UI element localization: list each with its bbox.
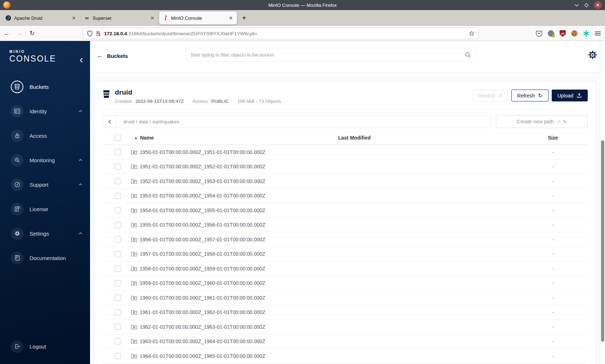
object-row[interactable]: 1962-01-01T00:00:00.000Z_1963-01-01T00:0… (103, 320, 588, 335)
tab-superset[interactable]: ∞ Superset (81, 12, 158, 24)
window-close-icon[interactable] (594, 1, 602, 9)
object-row[interactable]: 1951-01-01T00:00:00.000Z_1952-01-01T00:0… (103, 160, 588, 174)
object-row[interactable]: 1953-01-01T00:00:00.000Z_1954-01-01T00:0… (103, 189, 588, 204)
bucket-name: druid (115, 88, 281, 96)
row-checkbox[interactable] (115, 324, 121, 330)
row-checkbox[interactable] (115, 251, 121, 257)
sidebar-collapse-icon[interactable] (80, 58, 83, 63)
create-new-path-button[interactable]: Create new path :/ ✎ (496, 115, 588, 128)
console-settings-gear-icon[interactable] (588, 50, 597, 59)
object-row[interactable]: 1952-01-01T00:00:00.000Z_1953-01-01T00:0… (103, 174, 588, 189)
object-row[interactable]: 1956-01-01T00:00:00.000Z_1957-01-01T00:0… (103, 232, 588, 247)
tab-close-icon[interactable] (71, 16, 77, 20)
sidebar-item-access[interactable]: Access (0, 123, 90, 148)
breadcrumb-back-chevron-icon[interactable] (103, 115, 116, 128)
url-bar[interactable]: 172.18.0.4:31664/buckets/druid/browse/ZG… (83, 28, 479, 39)
select-all-checkbox[interactable] (115, 135, 121, 141)
object-row[interactable]: 1964-01-01T00:00:00.000Z_1965-01-01T00:0… (103, 349, 588, 364)
refresh-button[interactable]: Refresh ↻ (511, 90, 548, 101)
forward-button[interactable]: → (14, 28, 25, 39)
row-checkbox[interactable] (115, 353, 121, 359)
row-checkbox[interactable] (115, 280, 121, 286)
row-checkbox[interactable] (115, 149, 121, 155)
reload-button[interactable]: ↻ (26, 28, 38, 39)
upload-icon (577, 93, 582, 98)
sidebar-item-license[interactable]: License (0, 197, 90, 221)
object-row[interactable]: 1954-01-01T00:00:00.000Z_1955-01-01T00:0… (103, 203, 588, 218)
object-name: 1950-01-01T00:00:00.000Z_1951-01-01T00:0… (140, 149, 265, 155)
page-scrollbar[interactable] (600, 41, 605, 364)
folder-icon (131, 281, 137, 286)
sidebar-item-label: Settings (30, 231, 49, 237)
back-button[interactable]: ← (1, 28, 13, 39)
folder-icon (131, 295, 137, 300)
hamburger-menu-icon[interactable] (595, 31, 601, 36)
sidebar-item-buckets[interactable]: Buckets (0, 74, 90, 99)
identity-icon (11, 105, 23, 118)
tab-close-icon[interactable] (149, 16, 155, 20)
tab-apache-druid[interactable]: Apache Druid (2, 12, 80, 24)
tracking-shield-icon[interactable] (87, 31, 93, 37)
object-row[interactable]: 1958-01-01T00:00:00.000Z_1959-01-01T00:0… (103, 261, 588, 276)
object-row[interactable]: 1955-01-01T00:00:00.000Z_1956-01-01T00:0… (103, 218, 588, 233)
sidebar-menu: Buckets Identity Access (0, 74, 90, 270)
window-maximize-icon[interactable] (584, 3, 589, 8)
window-title: MinIO Console — Mozilla Firefox (268, 3, 337, 8)
row-checkbox[interactable] (115, 338, 121, 345)
back-arrow-icon: ← (97, 52, 103, 59)
object-filter-searchbox[interactable] (185, 48, 476, 62)
sidebar-item-logout[interactable]: Logout (0, 339, 90, 354)
window-minimize-icon[interactable] (574, 4, 579, 7)
object-row[interactable]: 1959-01-01T00:00:00.000Z_1960-01-01T00:0… (103, 276, 588, 291)
scrollbar-thumb[interactable] (601, 140, 604, 342)
chevron-up-icon[interactable] (79, 110, 82, 113)
row-checkbox[interactable] (115, 193, 121, 199)
chevron-up-icon[interactable] (79, 232, 82, 235)
back-link-label: Buckets (107, 53, 128, 59)
object-row[interactable]: 1957-01-01T00:00:00.000Z_1958-01-01T00:0… (103, 247, 588, 262)
row-checkbox[interactable] (115, 164, 121, 170)
object-row[interactable]: 1963-01-01T00:00:00.000Z_1964-01-01T00:0… (103, 335, 588, 349)
cookie-extension-icon[interactable] (571, 30, 578, 37)
buckets-icon (11, 81, 23, 93)
extension-icon[interactable] (548, 30, 554, 37)
object-row[interactable]: 1950-01-01T00:00:00.000Z_1951-01-01T00:0… (103, 145, 588, 160)
sidebar-item-settings[interactable]: Settings (0, 221, 90, 246)
sidebar-item-support[interactable]: Support (0, 172, 90, 197)
back-to-buckets-link[interactable]: ← Buckets (97, 52, 128, 59)
row-checkbox[interactable] (115, 222, 121, 228)
object-row[interactable]: 1960-01-01T00:00:00.000Z_1961-01-01T00:0… (103, 291, 588, 305)
rewind-button[interactable]: Rewind ↺ (472, 90, 508, 101)
chevron-up-icon[interactable] (79, 159, 82, 161)
object-size: - (518, 295, 588, 301)
ublock-origin-icon[interactable]: UO (560, 30, 566, 37)
insecure-lock-icon[interactable] (96, 31, 101, 37)
row-checkbox[interactable] (115, 295, 121, 301)
bookmark-star-icon[interactable] (469, 31, 475, 36)
column-header-size: Size (518, 135, 588, 141)
row-checkbox[interactable] (115, 265, 121, 272)
row-checkbox[interactable] (115, 236, 121, 242)
pocket-icon[interactable] (536, 31, 542, 37)
folder-icon (131, 222, 137, 227)
object-name: 1963-01-01T00:00:00.000Z_1964-01-01T00:0… (140, 338, 265, 344)
row-checkbox[interactable] (115, 309, 121, 315)
sidebar-item-monitoring[interactable]: Monitoring (0, 148, 90, 172)
object-name: 1951-01-01T00:00:00.000Z_1952-01-01T00:0… (140, 164, 265, 169)
tab-close-icon[interactable] (228, 16, 234, 20)
firefox-logo-icon (3, 1, 10, 9)
folder-icon (131, 251, 137, 256)
object-row[interactable]: 1961-01-01T00:00:00.000Z_1962-01-01T00:0… (103, 305, 588, 320)
colorful-asterisk-extension-icon[interactable] (583, 30, 590, 37)
row-checkbox[interactable] (115, 207, 121, 213)
column-header-name[interactable]: ▲ Name (125, 135, 331, 141)
row-checkbox[interactable] (115, 178, 121, 184)
sidebar-item-identity[interactable]: Identity (0, 99, 90, 123)
access-label: Access: (192, 99, 209, 104)
chevron-up-icon[interactable] (79, 183, 82, 186)
upload-button[interactable]: Upload (552, 90, 588, 101)
new-tab-button[interactable]: + (242, 14, 246, 22)
search-input[interactable] (191, 52, 465, 58)
tab-minio-console[interactable]: MinIO Console (159, 12, 237, 24)
sidebar-item-documentation[interactable]: Documentation (0, 246, 90, 270)
